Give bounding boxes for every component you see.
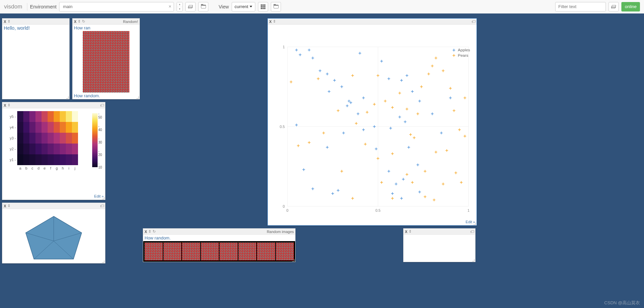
manage-views-button[interactable] [271,2,281,11]
manage-envs-button[interactable] [198,2,208,11]
grid-icon [261,4,265,9]
caret-down-icon [250,6,252,7]
env-label: Environment [30,4,57,9]
clear-button[interactable] [185,2,196,11]
repack-button[interactable] [258,2,268,11]
view-value: current [235,4,248,9]
env-stepper[interactable]: ▴ ▾ [177,2,183,11]
folder-open-icon [274,5,279,8]
filter-input[interactable] [555,2,606,11]
clear-env-icon[interactable]: × [169,4,171,9]
env-select[interactable]: × [59,2,174,11]
connection-status[interactable]: online [621,2,640,11]
env-input[interactable] [59,2,174,11]
view-select[interactable]: current [232,2,255,11]
view-label: View [218,4,229,9]
clear-filter-button[interactable] [609,2,619,11]
eraser-icon [611,5,616,8]
stepper-down-icon[interactable]: ▾ [177,7,182,11]
eraser-icon [188,5,193,8]
stepper-up-icon[interactable]: ▴ [177,2,182,7]
brand-label: visdom [4,3,22,10]
separator [27,3,27,10]
top-toolbar: visdom Environment × ▴ ▾ View current on… [0,0,644,14]
folder-open-icon [201,5,206,8]
